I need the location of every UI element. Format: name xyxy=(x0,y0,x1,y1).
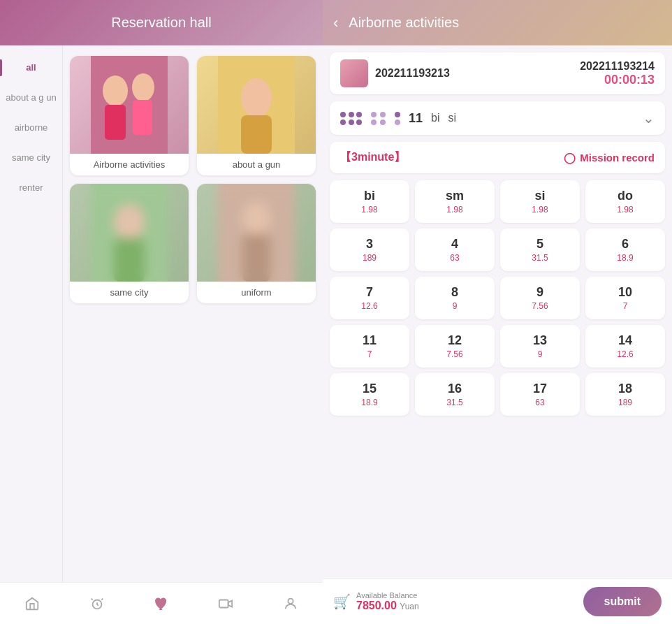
num-main-1: sm xyxy=(446,189,464,203)
num-cell-16[interactable]: 1518.9 xyxy=(330,373,409,416)
svg-rect-4 xyxy=(133,100,152,135)
footer-alarm[interactable] xyxy=(89,596,105,611)
num-cell-9[interactable]: 89 xyxy=(415,277,495,319)
num-main-12: 11 xyxy=(363,333,377,348)
num-cell-13[interactable]: 127.56 xyxy=(415,325,495,368)
sidebar-item-about-gun[interactable]: about a g un xyxy=(0,82,62,113)
num-sub-17: 31.5 xyxy=(446,398,462,407)
num-cell-14[interactable]: 139 xyxy=(500,325,580,368)
num-cell-5[interactable]: 463 xyxy=(415,228,495,271)
sidebar: all about a g un airborne same city rent… xyxy=(0,45,63,582)
dot-2 xyxy=(349,112,354,117)
right-footer: 🛒 Available Balance 7850.00 Yuan submit xyxy=(323,579,672,624)
submit-button[interactable]: submit xyxy=(583,587,662,616)
svg-point-3 xyxy=(132,73,154,101)
card-label-airborne: Airborne activities xyxy=(88,154,171,175)
sidebar-item-airborne[interactable]: airborne xyxy=(0,113,62,143)
num-main-0: bi xyxy=(364,189,375,203)
footer-video[interactable] xyxy=(218,596,233,611)
right-header-title: Airborne activities xyxy=(349,15,459,31)
card-uniform[interactable]: uniform xyxy=(197,184,316,303)
dot-light-3 xyxy=(371,119,377,125)
num-cell-1[interactable]: sm1.98 xyxy=(415,180,495,223)
ticket-right: 202211193214 00:00:13 xyxy=(580,60,655,87)
dot-4 xyxy=(340,119,346,125)
num-sub-19: 189 xyxy=(618,398,632,407)
num-cell-19[interactable]: 18189 xyxy=(585,373,665,416)
dot-light-4 xyxy=(380,119,386,125)
left-panel: Reservation hall all about a g un airbor… xyxy=(0,0,323,624)
svg-rect-15 xyxy=(219,600,228,607)
num-cell-11[interactable]: 107 xyxy=(585,277,665,319)
num-cell-7[interactable]: 618.9 xyxy=(585,228,665,271)
num-sub-2: 1.98 xyxy=(532,205,548,215)
num-main-8: 7 xyxy=(366,285,373,300)
left-footer xyxy=(0,582,323,624)
footer-heart[interactable] xyxy=(154,596,169,611)
num-sub-1: 1.98 xyxy=(446,205,462,215)
svg-point-1 xyxy=(103,75,128,106)
num-main-11: 10 xyxy=(618,285,632,300)
num-main-3: do xyxy=(618,189,633,203)
num-cell-4[interactable]: 3189 xyxy=(330,228,409,271)
mission-record-button[interactable]: ◯ Mission record xyxy=(564,152,655,164)
num-cell-6[interactable]: 531.5 xyxy=(500,228,580,271)
ticket-id2: 202211193214 xyxy=(580,60,655,73)
back-button[interactable]: ‹ xyxy=(333,14,338,32)
card-img-same-city xyxy=(70,184,189,282)
card-about-gun[interactable]: about a gun xyxy=(197,56,316,175)
num-cell-15[interactable]: 1412.6 xyxy=(585,325,665,368)
num-main-4: 3 xyxy=(366,237,373,252)
mission-record-icon: ◯ xyxy=(564,152,576,164)
airborne-image-icon xyxy=(91,56,168,154)
num-sub-13: 7.56 xyxy=(446,349,462,359)
sidebar-item-same-city[interactable]: same city xyxy=(0,143,62,173)
num-cell-0[interactable]: bi1.98 xyxy=(330,180,409,223)
num-cell-12[interactable]: 117 xyxy=(330,325,409,368)
num-cell-2[interactable]: si1.98 xyxy=(500,180,580,223)
num-sub-8: 12.6 xyxy=(361,301,377,311)
num-cell-3[interactable]: do1.98 xyxy=(585,180,665,223)
num-main-13: 12 xyxy=(448,333,462,348)
ticket-id1: 202211193213 xyxy=(375,67,450,80)
balance-text: Available Balance 7850.00 Yuan xyxy=(356,591,419,612)
num-cell-18[interactable]: 1763 xyxy=(500,373,580,416)
dropdown-chevron[interactable]: ⌄ xyxy=(643,110,655,126)
card-airborne-activities[interactable]: Airborne activities xyxy=(70,56,189,175)
ticket-row: 202211193213 202211193214 00:00:13 xyxy=(330,52,665,94)
num-sub-18: 63 xyxy=(535,398,544,407)
heart-icon xyxy=(154,596,169,611)
card-label-uniform: uniform xyxy=(235,282,277,303)
right-panel: ‹ Airborne activities 202211193213 20221… xyxy=(323,0,672,624)
card-img-uniform xyxy=(197,184,316,282)
num-main-16: 15 xyxy=(363,382,377,396)
sidebar-item-all[interactable]: all xyxy=(0,52,62,82)
mission-record-label: Mission record xyxy=(580,152,655,164)
num-cell-8[interactable]: 712.6 xyxy=(330,277,409,319)
footer-home[interactable] xyxy=(24,596,40,611)
footer-profile[interactable] xyxy=(283,596,298,611)
dot-6 xyxy=(356,119,362,125)
num-main-9: 8 xyxy=(451,285,458,300)
num-sub-0: 1.98 xyxy=(361,205,377,215)
num-main-14: 13 xyxy=(533,333,547,348)
num-sub-9: 9 xyxy=(453,301,458,311)
svg-rect-2 xyxy=(105,105,126,140)
num-sub-11: 7 xyxy=(623,301,628,311)
num-sub-5: 63 xyxy=(450,253,459,263)
svg-point-6 xyxy=(241,78,272,117)
number-grid: bi1.98sm1.98si1.98do1.983189463531.5618.… xyxy=(330,180,665,416)
dot-5 xyxy=(349,119,354,125)
svg-rect-0 xyxy=(91,56,168,154)
right-header: ‹ Airborne activities xyxy=(323,0,672,45)
num-sub-10: 7.56 xyxy=(532,301,548,311)
num-cell-10[interactable]: 97.56 xyxy=(500,277,580,319)
home-icon xyxy=(24,596,40,611)
left-body: all about a g un airborne same city rent… xyxy=(0,45,323,582)
right-body: 202211193213 202211193214 00:00:13 xyxy=(323,45,672,579)
sidebar-item-renter[interactable]: renter xyxy=(0,173,62,203)
num-cell-17[interactable]: 1631.5 xyxy=(415,373,495,416)
card-same-city[interactable]: same city xyxy=(70,184,189,303)
svg-point-16 xyxy=(288,598,293,603)
bet-number: 11 xyxy=(409,111,423,126)
